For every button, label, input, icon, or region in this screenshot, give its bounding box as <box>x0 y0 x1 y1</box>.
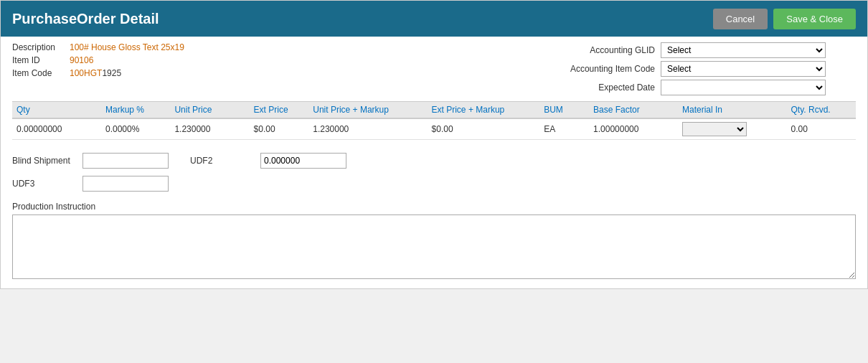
material-in-select[interactable] <box>682 122 747 136</box>
item-id-value: 90106 <box>70 55 93 65</box>
col-header-markup: Markup % <box>101 102 170 119</box>
udf2-label: UDF2 <box>190 156 255 166</box>
udf3-input[interactable] <box>82 176 169 192</box>
col-header-material-in: Material In <box>678 102 787 119</box>
col-header-ext-price-markup: Ext Price + Markup <box>428 102 540 119</box>
save-close-button[interactable]: Save & Close <box>773 9 856 29</box>
left-info: Description 100# House Gloss Text 25x19 … <box>12 42 547 95</box>
accounting-glid-select[interactable]: Select <box>661 42 826 58</box>
cell-qty: 0.00000000 <box>12 118 101 140</box>
cell-bum: EA <box>539 118 589 140</box>
description-label: Description <box>12 42 70 52</box>
udf2-group: UDF2 <box>190 153 346 169</box>
header-buttons: Cancel Save & Close <box>713 9 856 29</box>
col-header-unit-price-markup: Unit Price + Markup <box>308 102 427 119</box>
page-header: PurchaseOrder Detail Cancel Save & Close <box>1 1 867 37</box>
udf3-row: UDF3 <box>1 176 867 194</box>
blind-shipment-label: Blind Shipment <box>12 156 77 166</box>
cell-base-factor: 1.00000000 <box>589 118 678 140</box>
cell-ext-price-markup: $0.00 <box>428 118 540 140</box>
table-header-row: Qty Markup % Unit Price Ext Price Unit P… <box>12 102 856 119</box>
right-info: Accounting GLID Select Accounting Item C… <box>555 42 856 95</box>
blind-shipment-input[interactable] <box>82 153 169 169</box>
item-id-label: Item ID <box>12 55 70 65</box>
col-header-qty: Qty <box>12 102 101 119</box>
item-code-suffix: 1925 <box>102 68 121 78</box>
cancel-button[interactable]: Cancel <box>713 9 768 29</box>
table-row: 0.00000000 0.0000% 1.230000 $0.00 1.2300… <box>12 118 856 140</box>
col-header-qty-rcvd: Qty. Rcvd. <box>787 102 856 119</box>
item-code-row: Item Code 100HGT1925 <box>12 68 547 78</box>
accounting-glid-label: Accounting GLID <box>555 45 655 55</box>
accounting-glid-row: Accounting GLID Select <box>555 42 856 58</box>
udf3-input-group: UDF3 <box>12 176 856 192</box>
udf2-input[interactable] <box>260 153 346 169</box>
col-header-base-factor: Base Factor <box>589 102 678 119</box>
expected-date-label: Expected Date <box>555 82 655 93</box>
order-detail-table: Qty Markup % Unit Price Ext Price Unit P… <box>12 101 856 140</box>
production-instruction-textarea[interactable] <box>12 214 856 279</box>
accounting-item-code-row: Accounting Item Code Select <box>555 61 856 77</box>
col-header-unit-price: Unit Price <box>170 102 249 119</box>
cell-ext-price: $0.00 <box>250 118 309 140</box>
col-header-bum: BUM <box>539 102 589 119</box>
cell-material-in[interactable] <box>678 118 787 140</box>
item-id-row: Item ID 90106 <box>12 55 547 65</box>
expected-date-row: Expected Date <box>555 80 856 95</box>
expected-date-select[interactable] <box>661 80 826 95</box>
page-title: PurchaseOrder Detail <box>12 11 159 27</box>
item-code-value: 100HGT1925 <box>70 68 121 78</box>
production-section: Production Instruction <box>1 194 867 288</box>
table-section: Qty Markup % Unit Price Ext Price Unit P… <box>1 101 867 140</box>
blind-shipment-group: Blind Shipment <box>12 153 169 169</box>
info-section: Description 100# House Gloss Text 25x19 … <box>1 37 867 101</box>
udf-section: Blind Shipment UDF2 <box>1 146 867 176</box>
udf3-label: UDF3 <box>12 179 77 189</box>
cell-unit-price-markup: 1.230000 <box>308 118 427 140</box>
production-instruction-label: Production Instruction <box>12 202 856 212</box>
description-value: 100# House Gloss Text 25x19 <box>70 42 184 52</box>
item-code-middle: HGT <box>84 68 102 78</box>
accounting-item-code-select[interactable]: Select <box>661 61 826 77</box>
item-code-prefix: 100 <box>70 68 84 78</box>
cell-qty-rcvd: 0.00 <box>787 118 856 140</box>
cell-markup: 0.0000% <box>101 118 170 140</box>
item-code-label: Item Code <box>12 68 70 78</box>
description-row: Description 100# House Gloss Text 25x19 <box>12 42 547 52</box>
accounting-item-code-label: Accounting Item Code <box>555 64 655 74</box>
cell-unit-price: 1.230000 <box>170 118 249 140</box>
col-header-ext-price: Ext Price <box>250 102 309 119</box>
